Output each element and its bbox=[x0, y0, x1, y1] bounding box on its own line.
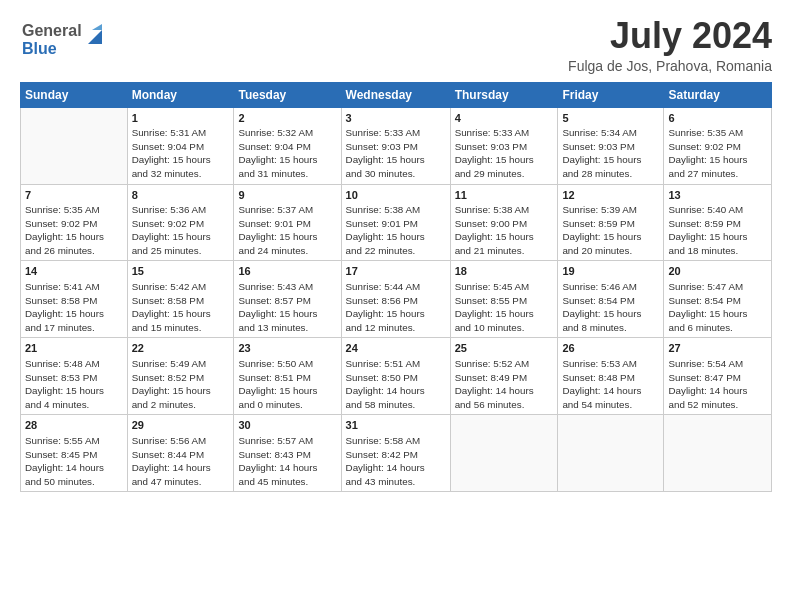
day-number: 3 bbox=[346, 111, 446, 126]
table-row: 30Sunrise: 5:57 AM Sunset: 8:43 PM Dayli… bbox=[234, 415, 341, 492]
svg-marker-3 bbox=[92, 24, 102, 30]
day-number: 16 bbox=[238, 264, 336, 279]
day-info: Sunrise: 5:33 AM Sunset: 9:03 PM Dayligh… bbox=[455, 126, 554, 180]
table-row: 31Sunrise: 5:58 AM Sunset: 8:42 PM Dayli… bbox=[341, 415, 450, 492]
day-number: 1 bbox=[132, 111, 230, 126]
page: General Blue July 2024 Fulga de Jos, Pra… bbox=[0, 0, 792, 612]
day-number: 22 bbox=[132, 341, 230, 356]
table-row: 3Sunrise: 5:33 AM Sunset: 9:03 PM Daylig… bbox=[341, 107, 450, 184]
table-row: 29Sunrise: 5:56 AM Sunset: 8:44 PM Dayli… bbox=[127, 415, 234, 492]
table-row: 18Sunrise: 5:45 AM Sunset: 8:55 PM Dayli… bbox=[450, 261, 558, 338]
table-row: 7Sunrise: 5:35 AM Sunset: 9:02 PM Daylig… bbox=[21, 184, 128, 261]
day-info: Sunrise: 5:33 AM Sunset: 9:03 PM Dayligh… bbox=[346, 126, 446, 180]
day-number: 5 bbox=[562, 111, 659, 126]
svg-text:Blue: Blue bbox=[22, 40, 57, 57]
day-info: Sunrise: 5:36 AM Sunset: 9:02 PM Dayligh… bbox=[132, 203, 230, 257]
day-info: Sunrise: 5:53 AM Sunset: 8:48 PM Dayligh… bbox=[562, 357, 659, 411]
day-number: 6 bbox=[668, 111, 767, 126]
day-number: 2 bbox=[238, 111, 336, 126]
day-number: 4 bbox=[455, 111, 554, 126]
day-info: Sunrise: 5:51 AM Sunset: 8:50 PM Dayligh… bbox=[346, 357, 446, 411]
day-info: Sunrise: 5:56 AM Sunset: 8:44 PM Dayligh… bbox=[132, 434, 230, 488]
day-info: Sunrise: 5:41 AM Sunset: 8:58 PM Dayligh… bbox=[25, 280, 123, 334]
table-row bbox=[558, 415, 664, 492]
day-number: 7 bbox=[25, 188, 123, 203]
day-info: Sunrise: 5:35 AM Sunset: 9:02 PM Dayligh… bbox=[25, 203, 123, 257]
table-row: 10Sunrise: 5:38 AM Sunset: 9:01 PM Dayli… bbox=[341, 184, 450, 261]
day-number: 28 bbox=[25, 418, 123, 433]
header: General Blue July 2024 Fulga de Jos, Pra… bbox=[20, 16, 772, 74]
table-row: 16Sunrise: 5:43 AM Sunset: 8:57 PM Dayli… bbox=[234, 261, 341, 338]
table-row: 2Sunrise: 5:32 AM Sunset: 9:04 PM Daylig… bbox=[234, 107, 341, 184]
col-saturday: Saturday bbox=[664, 82, 772, 107]
table-row: 5Sunrise: 5:34 AM Sunset: 9:03 PM Daylig… bbox=[558, 107, 664, 184]
table-row: 4Sunrise: 5:33 AM Sunset: 9:03 PM Daylig… bbox=[450, 107, 558, 184]
table-row: 26Sunrise: 5:53 AM Sunset: 8:48 PM Dayli… bbox=[558, 338, 664, 415]
day-number: 23 bbox=[238, 341, 336, 356]
table-row: 25Sunrise: 5:52 AM Sunset: 8:49 PM Dayli… bbox=[450, 338, 558, 415]
day-info: Sunrise: 5:37 AM Sunset: 9:01 PM Dayligh… bbox=[238, 203, 336, 257]
day-info: Sunrise: 5:57 AM Sunset: 8:43 PM Dayligh… bbox=[238, 434, 336, 488]
table-row: 28Sunrise: 5:55 AM Sunset: 8:45 PM Dayli… bbox=[21, 415, 128, 492]
day-number: 15 bbox=[132, 264, 230, 279]
day-info: Sunrise: 5:42 AM Sunset: 8:58 PM Dayligh… bbox=[132, 280, 230, 334]
day-info: Sunrise: 5:52 AM Sunset: 8:49 PM Dayligh… bbox=[455, 357, 554, 411]
day-number: 30 bbox=[238, 418, 336, 433]
day-number: 19 bbox=[562, 264, 659, 279]
table-row: 19Sunrise: 5:46 AM Sunset: 8:54 PM Dayli… bbox=[558, 261, 664, 338]
table-row: 20Sunrise: 5:47 AM Sunset: 8:54 PM Dayli… bbox=[664, 261, 772, 338]
col-wednesday: Wednesday bbox=[341, 82, 450, 107]
table-row bbox=[21, 107, 128, 184]
day-info: Sunrise: 5:54 AM Sunset: 8:47 PM Dayligh… bbox=[668, 357, 767, 411]
day-number: 29 bbox=[132, 418, 230, 433]
day-info: Sunrise: 5:45 AM Sunset: 8:55 PM Dayligh… bbox=[455, 280, 554, 334]
table-row: 23Sunrise: 5:50 AM Sunset: 8:51 PM Dayli… bbox=[234, 338, 341, 415]
title-block: July 2024 Fulga de Jos, Prahova, Romania bbox=[568, 16, 772, 74]
table-row bbox=[450, 415, 558, 492]
table-row: 24Sunrise: 5:51 AM Sunset: 8:50 PM Dayli… bbox=[341, 338, 450, 415]
day-number: 24 bbox=[346, 341, 446, 356]
day-number: 10 bbox=[346, 188, 446, 203]
calendar-header-row: Sunday Monday Tuesday Wednesday Thursday… bbox=[21, 82, 772, 107]
day-info: Sunrise: 5:49 AM Sunset: 8:52 PM Dayligh… bbox=[132, 357, 230, 411]
logo-text: General Blue bbox=[20, 16, 110, 64]
day-number: 27 bbox=[668, 341, 767, 356]
day-number: 8 bbox=[132, 188, 230, 203]
day-number: 17 bbox=[346, 264, 446, 279]
table-row: 9Sunrise: 5:37 AM Sunset: 9:01 PM Daylig… bbox=[234, 184, 341, 261]
day-info: Sunrise: 5:44 AM Sunset: 8:56 PM Dayligh… bbox=[346, 280, 446, 334]
day-number: 31 bbox=[346, 418, 446, 433]
day-number: 11 bbox=[455, 188, 554, 203]
table-row: 15Sunrise: 5:42 AM Sunset: 8:58 PM Dayli… bbox=[127, 261, 234, 338]
day-number: 13 bbox=[668, 188, 767, 203]
col-monday: Monday bbox=[127, 82, 234, 107]
day-number: 9 bbox=[238, 188, 336, 203]
table-row: 17Sunrise: 5:44 AM Sunset: 8:56 PM Dayli… bbox=[341, 261, 450, 338]
day-info: Sunrise: 5:31 AM Sunset: 9:04 PM Dayligh… bbox=[132, 126, 230, 180]
svg-text:General: General bbox=[22, 22, 82, 39]
day-info: Sunrise: 5:40 AM Sunset: 8:59 PM Dayligh… bbox=[668, 203, 767, 257]
col-sunday: Sunday bbox=[21, 82, 128, 107]
logo: General Blue bbox=[20, 16, 110, 64]
table-row bbox=[664, 415, 772, 492]
day-number: 20 bbox=[668, 264, 767, 279]
day-info: Sunrise: 5:50 AM Sunset: 8:51 PM Dayligh… bbox=[238, 357, 336, 411]
day-info: Sunrise: 5:55 AM Sunset: 8:45 PM Dayligh… bbox=[25, 434, 123, 488]
table-row: 27Sunrise: 5:54 AM Sunset: 8:47 PM Dayli… bbox=[664, 338, 772, 415]
calendar-table: Sunday Monday Tuesday Wednesday Thursday… bbox=[20, 82, 772, 493]
day-number: 18 bbox=[455, 264, 554, 279]
day-number: 21 bbox=[25, 341, 123, 356]
day-info: Sunrise: 5:48 AM Sunset: 8:53 PM Dayligh… bbox=[25, 357, 123, 411]
month-title: July 2024 bbox=[568, 16, 772, 56]
col-friday: Friday bbox=[558, 82, 664, 107]
day-info: Sunrise: 5:34 AM Sunset: 9:03 PM Dayligh… bbox=[562, 126, 659, 180]
day-info: Sunrise: 5:43 AM Sunset: 8:57 PM Dayligh… bbox=[238, 280, 336, 334]
table-row: 21Sunrise: 5:48 AM Sunset: 8:53 PM Dayli… bbox=[21, 338, 128, 415]
col-tuesday: Tuesday bbox=[234, 82, 341, 107]
day-number: 25 bbox=[455, 341, 554, 356]
day-info: Sunrise: 5:38 AM Sunset: 9:01 PM Dayligh… bbox=[346, 203, 446, 257]
day-info: Sunrise: 5:38 AM Sunset: 9:00 PM Dayligh… bbox=[455, 203, 554, 257]
table-row: 6Sunrise: 5:35 AM Sunset: 9:02 PM Daylig… bbox=[664, 107, 772, 184]
table-row: 14Sunrise: 5:41 AM Sunset: 8:58 PM Dayli… bbox=[21, 261, 128, 338]
day-info: Sunrise: 5:32 AM Sunset: 9:04 PM Dayligh… bbox=[238, 126, 336, 180]
